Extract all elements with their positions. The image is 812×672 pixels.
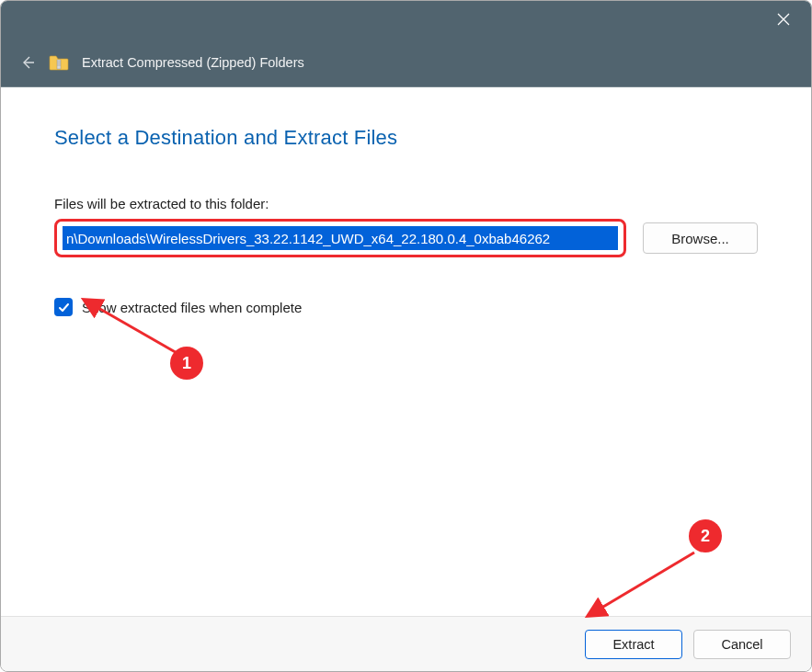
annotation-badge-1: 1 — [170, 347, 203, 380]
page-heading: Select a Destination and Extract Files — [54, 126, 758, 150]
checkmark-icon — [58, 302, 70, 313]
extract-wizard-window: Extract Compressed (Zipped) Folders Sele… — [0, 0, 812, 672]
destination-path-input[interactable] — [63, 226, 618, 250]
path-row: Browse... — [54, 219, 758, 257]
svg-rect-3 — [57, 60, 61, 69]
zipped-folder-icon — [49, 54, 69, 71]
svg-line-8 — [589, 552, 694, 615]
annotation-arrow-2 — [578, 545, 707, 621]
close-button[interactable] — [767, 3, 800, 36]
show-files-checkbox[interactable] — [54, 298, 73, 316]
footer: Extract Cancel — [1, 616, 811, 671]
arrow-left-icon — [19, 54, 36, 71]
show-files-checkbox-label: Show extracted files when complete — [82, 300, 302, 315]
content-area: Select a Destination and Extract Files F… — [1, 87, 811, 616]
back-button[interactable] — [19, 54, 36, 71]
path-highlight-box — [54, 219, 626, 257]
show-files-checkbox-row: Show extracted files when complete — [54, 298, 758, 316]
extract-button[interactable]: Extract — [585, 630, 682, 659]
annotation-badge-2: 2 — [689, 519, 722, 552]
header-title: Extract Compressed (Zipped) Folders — [82, 55, 304, 70]
cancel-button[interactable]: Cancel — [693, 630, 791, 659]
wizard-header: Extract Compressed (Zipped) Folders — [1, 38, 811, 87]
path-label: Files will be extracted to this folder: — [54, 196, 758, 211]
browse-button[interactable]: Browse... — [643, 222, 758, 254]
titlebar — [1, 1, 811, 38]
close-icon — [777, 13, 790, 26]
